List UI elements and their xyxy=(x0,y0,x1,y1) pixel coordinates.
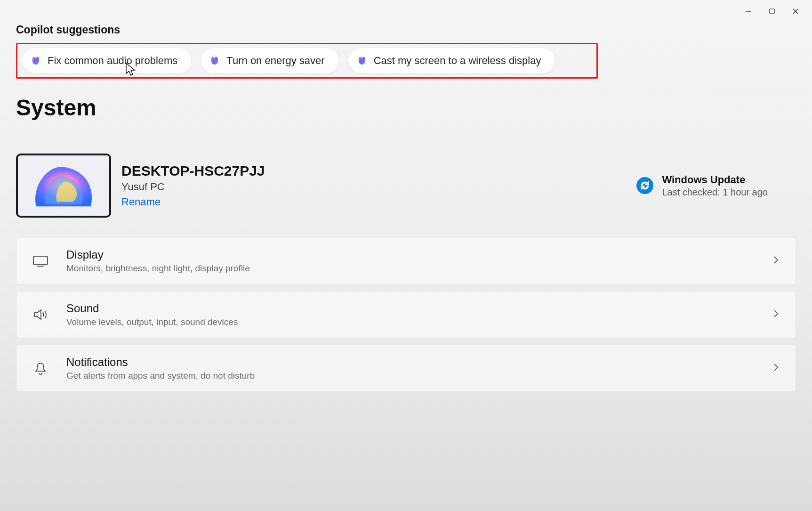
copilot-icon xyxy=(209,56,220,66)
minimize-button[interactable] xyxy=(738,4,759,19)
setting-title: Sound xyxy=(66,302,238,315)
window-controls xyxy=(732,0,812,23)
maximize-button[interactable] xyxy=(761,4,783,19)
device-meta: DESKTOP-HSC27PJJ Yusuf PC Rename xyxy=(121,163,265,208)
refresh-icon xyxy=(636,177,653,194)
setting-desc: Monitors, brightness, night light, displ… xyxy=(66,263,250,274)
settings-list: Display Monitors, brightness, night ligh… xyxy=(16,237,796,392)
sound-icon xyxy=(32,308,48,321)
chevron-right-icon xyxy=(772,255,780,267)
chevron-right-icon xyxy=(772,309,780,320)
setting-desc: Volume levels, output, input, sound devi… xyxy=(66,317,238,327)
close-button[interactable] xyxy=(785,4,806,19)
copilot-pill-energy[interactable]: Turn on energy saver xyxy=(201,48,338,73)
device-info-row: DESKTOP-HSC27PJJ Yusuf PC Rename Windows… xyxy=(16,154,796,218)
display-icon xyxy=(32,255,48,267)
svg-rect-1 xyxy=(770,9,774,14)
setting-sound[interactable]: Sound Volume levels, output, input, soun… xyxy=(16,291,796,338)
copilot-pill-label: Turn on energy saver xyxy=(226,55,324,67)
copilot-suggestions-row: Fix common audio problems Turn on energy… xyxy=(16,43,598,79)
chevron-right-icon xyxy=(772,363,780,374)
windows-update-block[interactable]: Windows Update Last checked: 1 hour ago xyxy=(636,174,796,198)
svg-rect-5 xyxy=(33,256,48,265)
update-title: Windows Update xyxy=(662,174,768,186)
setting-desc: Get alerts from apps and system, do not … xyxy=(66,371,255,381)
copilot-pill-label: Fix common audio problems xyxy=(48,55,177,67)
device-owner: Yusuf PC xyxy=(121,181,265,193)
copilot-icon xyxy=(31,56,41,66)
update-status: Last checked: 1 hour ago xyxy=(662,187,768,198)
setting-title: Display xyxy=(66,248,250,261)
page-title: System xyxy=(16,95,796,121)
copilot-label: Copilot suggestions xyxy=(16,24,796,36)
copilot-icon xyxy=(357,56,367,66)
copilot-pill-label: Cast my screen to a wireless display xyxy=(374,55,541,67)
setting-display[interactable]: Display Monitors, brightness, night ligh… xyxy=(16,237,796,284)
setting-notifications[interactable]: Notifications Get alerts from apps and s… xyxy=(16,345,796,392)
rename-link[interactable]: Rename xyxy=(121,196,161,208)
device-name: DESKTOP-HSC27PJJ xyxy=(121,163,265,179)
copilot-pill-audio[interactable]: Fix common audio problems xyxy=(22,48,192,73)
bell-icon xyxy=(32,361,48,375)
setting-title: Notifications xyxy=(66,356,255,369)
device-thumbnail[interactable] xyxy=(16,154,111,218)
copilot-pill-cast[interactable]: Cast my screen to a wireless display xyxy=(348,48,555,73)
